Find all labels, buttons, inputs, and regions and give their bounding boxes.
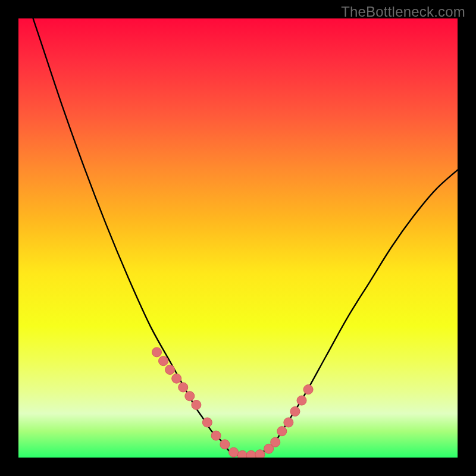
bottleneck-curve (18, 18, 458, 456)
marker-dot (255, 450, 265, 458)
marker-dot (297, 396, 306, 405)
marker-dot (178, 383, 188, 392)
marker-dot (271, 437, 280, 447)
marker-dot (202, 418, 212, 427)
marker-dot (303, 385, 313, 394)
plot-area (18, 18, 458, 458)
marker-dot (192, 400, 201, 409)
marker-dot (159, 356, 168, 366)
marker-dot (172, 374, 181, 383)
marker-dot (277, 427, 287, 436)
marker-dot (185, 392, 195, 401)
marker-dot (220, 440, 230, 449)
highlighted-points (152, 347, 313, 458)
chart-frame: TheBottleneck.com (0, 0, 476, 476)
marker-dot (284, 418, 293, 427)
marker-dot (211, 431, 221, 440)
marker-dot (237, 450, 247, 458)
watermark-text: TheBottleneck.com (341, 4, 465, 20)
marker-dot (290, 407, 300, 416)
marker-dot (229, 447, 239, 457)
marker-dot (152, 347, 161, 357)
chart-svg (18, 18, 458, 458)
marker-dot (246, 450, 256, 458)
marker-dot (165, 365, 175, 374)
